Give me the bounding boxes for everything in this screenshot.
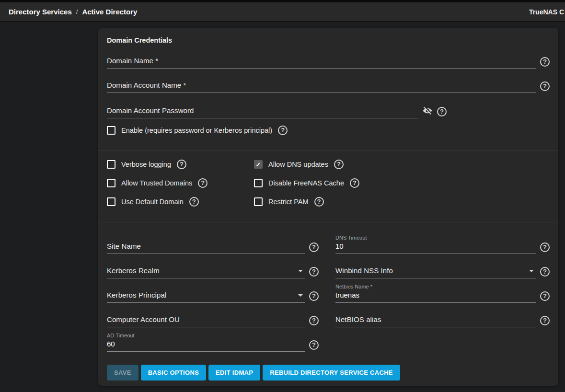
ad-timeout-label: AD Timeout xyxy=(107,333,305,338)
allow-trusted-domains-label: Allow Trusted Domains xyxy=(121,179,192,187)
visibility-off-icon[interactable] xyxy=(422,105,433,118)
action-buttons: SAVE BASIC OPTIONS EDIT IDMAP REBUILD DI… xyxy=(107,365,550,380)
help-icon[interactable]: ? xyxy=(540,242,550,252)
winbind-nss-info-label: Winbind NSS Info xyxy=(335,266,536,275)
verbose-logging-label: Verbose logging xyxy=(121,161,171,168)
domain-account-password-label: Domain Account Password xyxy=(107,106,418,115)
save-button[interactable]: SAVE xyxy=(107,365,138,380)
help-icon[interactable]: ? xyxy=(278,126,288,135)
domain-account-name-input[interactable]: Domain Account Name * xyxy=(107,81,536,93)
kerberos-realm-select[interactable]: Kerberos Realm xyxy=(107,266,305,278)
site-name-input[interactable]: Site Name xyxy=(107,242,305,254)
help-icon[interactable]: ? xyxy=(437,107,447,116)
help-icon[interactable]: ? xyxy=(309,291,319,301)
help-icon[interactable]: ? xyxy=(314,197,324,207)
kerberos-realm-field: Kerberos Realm ? xyxy=(107,254,319,278)
domain-name-label: Domain Name * xyxy=(107,57,536,65)
netbios-name-input[interactable]: Netbios Name * truenas xyxy=(335,284,536,303)
kerberos-realm-label: Kerberos Realm xyxy=(107,266,305,275)
restrict-pam-option: Restrict PAM ? xyxy=(254,197,359,207)
domain-account-password-field: Domain Account Password ? xyxy=(107,105,447,118)
domain-account-name-label: Domain Account Name * xyxy=(107,81,536,89)
help-icon[interactable]: ? xyxy=(198,178,208,188)
netbios-alias-label: NetBIOS alias xyxy=(335,315,536,323)
dns-timeout-input[interactable]: DNS Timeout 10 xyxy=(335,235,536,254)
help-icon[interactable]: ? xyxy=(309,267,319,277)
site-name-label: Site Name xyxy=(107,242,305,250)
kerberos-principal-field: Kerberos Principal ? xyxy=(107,278,319,303)
help-icon[interactable]: ? xyxy=(540,267,550,277)
verbose-logging-checkbox[interactable] xyxy=(107,160,115,169)
netbios-alias-input[interactable]: NetBIOS alias xyxy=(335,315,536,327)
chevron-down-icon xyxy=(529,270,534,272)
domain-name-input[interactable]: Domain Name * xyxy=(107,57,536,69)
card-title: Domain Credentials xyxy=(107,36,550,44)
allow-trusted-domains-option: Allow Trusted Domains ? xyxy=(107,178,254,188)
dns-timeout-field: DNS Timeout 10 ? xyxy=(335,230,550,254)
use-default-domain-option: Use Default Domain ? xyxy=(107,197,254,207)
netbios-name-field: Netbios Name * truenas ? xyxy=(335,278,550,303)
computer-account-ou-input[interactable]: Computer Account OU xyxy=(107,315,305,327)
chevron-down-icon xyxy=(298,294,303,297)
domain-account-password-input[interactable]: Domain Account Password xyxy=(107,106,418,118)
winbind-nss-info-field: Winbind NSS Info ? xyxy=(335,254,550,278)
help-icon[interactable]: ? xyxy=(189,197,199,207)
rebuild-directory-service-cache-button[interactable]: REBUILD DIRECTORY SERVICE CACHE xyxy=(263,365,400,380)
restrict-pam-checkbox[interactable] xyxy=(254,197,263,206)
help-icon[interactable]: ? xyxy=(540,316,550,325)
disable-freenas-cache-label: Disable FreeNAS Cache xyxy=(268,179,344,187)
domain-name-field: Domain Name * ? xyxy=(107,57,550,69)
section-divider xyxy=(98,222,558,222)
kerberos-principal-select[interactable]: Kerberos Principal xyxy=(107,291,305,303)
edit-idmap-button[interactable]: EDIT IDMAP xyxy=(208,365,260,380)
help-icon[interactable]: ? xyxy=(540,57,550,67)
help-icon[interactable]: ? xyxy=(309,340,319,350)
winbind-nss-info-select[interactable]: Winbind NSS Info xyxy=(335,266,536,278)
dns-timeout-value: 10 xyxy=(335,242,536,250)
site-name-field: Site Name ? xyxy=(107,230,319,254)
computer-account-ou-label: Computer Account OU xyxy=(107,315,305,323)
domain-account-name-field: Domain Account Name * ? xyxy=(107,81,550,93)
app-header: Directory Services / Active Directory Tr… xyxy=(0,2,565,21)
ad-timeout-input[interactable]: AD Timeout 60 xyxy=(107,333,305,352)
verbose-logging-option: Verbose logging ? xyxy=(107,160,254,169)
basic-options-button[interactable]: BASIC OPTIONS xyxy=(141,365,206,380)
disable-freenas-cache-option: Disable FreeNAS Cache ? xyxy=(254,178,359,188)
help-icon[interactable]: ? xyxy=(540,81,550,91)
dns-timeout-label: DNS Timeout xyxy=(335,235,536,241)
netbios-name-value: truenas xyxy=(335,291,536,299)
computer-account-ou-field: Computer Account OU ? xyxy=(107,303,319,327)
disable-freenas-cache-checkbox[interactable] xyxy=(254,179,263,187)
breadcrumb-separator: / xyxy=(76,8,78,15)
allow-dns-updates-label: Allow DNS updates xyxy=(268,161,328,168)
enable-checkbox[interactable] xyxy=(107,126,115,135)
restrict-pam-label: Restrict PAM xyxy=(268,198,309,206)
breadcrumb-directory-services[interactable]: Directory Services xyxy=(9,8,72,16)
help-icon[interactable]: ? xyxy=(540,291,550,301)
enable-field: Enable (requires password or Kerberos pr… xyxy=(107,126,550,135)
netbios-name-label: Netbios Name * xyxy=(335,284,536,289)
kerberos-principal-label: Kerberos Principal xyxy=(107,291,305,299)
use-default-domain-checkbox[interactable] xyxy=(107,197,115,206)
domain-credentials-card: Domain Credentials Domain Name * ? Domai… xyxy=(98,28,558,386)
advanced-fields-grid: Site Name ? DNS Timeout 10 ? Kerberos Re… xyxy=(107,230,550,352)
enable-label: Enable (requires password or Kerberos pr… xyxy=(121,127,272,134)
breadcrumb-active-directory: Active Directory xyxy=(82,8,137,16)
help-icon[interactable]: ? xyxy=(309,316,319,325)
truenas-brand-label: TrueNAS C xyxy=(529,8,564,16)
help-icon[interactable]: ? xyxy=(309,242,319,252)
allow-dns-updates-checkbox[interactable]: ✓ xyxy=(254,160,263,169)
ad-timeout-field: AD Timeout 60 ? xyxy=(107,327,319,352)
chevron-down-icon xyxy=(298,270,303,272)
section-divider xyxy=(98,150,558,150)
netbios-alias-field: NetBIOS alias ? xyxy=(335,303,550,327)
options-checkbox-grid: Verbose logging ? ✓ Allow DNS updates ? … xyxy=(107,160,550,207)
help-icon[interactable]: ? xyxy=(350,178,359,188)
ad-timeout-value: 60 xyxy=(107,340,305,348)
breadcrumb: Directory Services / Active Directory xyxy=(9,8,137,16)
help-icon[interactable]: ? xyxy=(177,160,186,169)
use-default-domain-label: Use Default Domain xyxy=(121,198,184,206)
allow-dns-updates-option: ✓ Allow DNS updates ? xyxy=(254,160,359,169)
help-icon[interactable]: ? xyxy=(334,160,344,169)
allow-trusted-domains-checkbox[interactable] xyxy=(107,179,115,187)
